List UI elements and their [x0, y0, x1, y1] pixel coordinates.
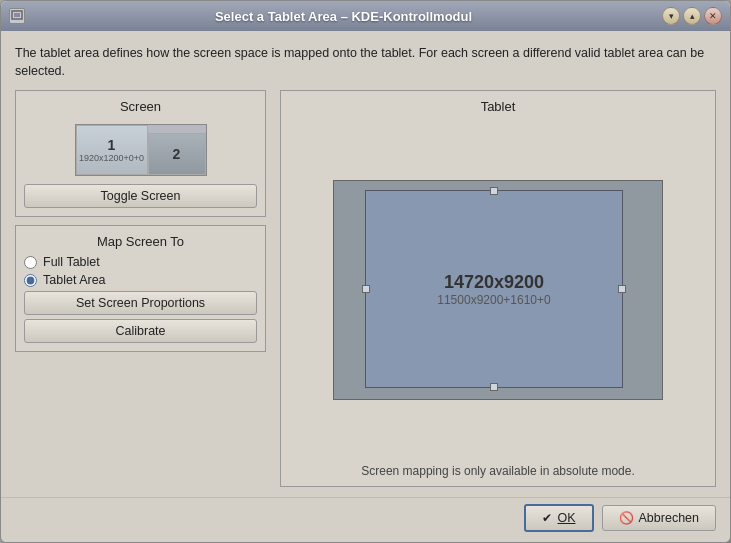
tablet-active-area[interactable]: 14720x9200 11500x9200+1610+0 — [365, 190, 623, 388]
screen2-label: 2 — [173, 146, 181, 162]
status-text: Screen mapping is only available in abso… — [361, 464, 635, 478]
tablet-area-radio[interactable] — [24, 274, 37, 287]
right-panel: Tablet 14720x9200 11500x9200+1610+0 — [280, 90, 716, 487]
handle-left[interactable] — [362, 285, 370, 293]
tablet-dimension: 14720x9200 — [444, 272, 544, 293]
tablet-title: Tablet — [481, 99, 516, 114]
toggle-screen-button[interactable]: Toggle Screen — [24, 184, 257, 208]
app-icon — [9, 8, 25, 24]
ok-icon: ✔ — [542, 511, 552, 525]
tablet-outer: 14720x9200 11500x9200+1610+0 — [333, 180, 663, 400]
window-title: Select a Tablet Area – KDE-Kontrollmodul — [25, 9, 662, 24]
radio-group: Full Tablet Tablet Area — [24, 255, 257, 287]
screen-box-2: 2 — [148, 133, 206, 175]
cancel-icon: 🚫 — [619, 511, 634, 525]
ok-label: OK — [557, 511, 575, 525]
screen-group: Screen 1 1920x1200+0+0 2 Toggle Sc — [15, 90, 266, 217]
footer: ✔ OK 🚫 Abbrechen — [1, 497, 730, 542]
cancel-label: Abbrechen — [639, 511, 699, 525]
window-controls: ▾ ▴ ✕ — [662, 7, 722, 25]
tablet-coords: 11500x9200+1610+0 — [437, 293, 550, 307]
screen-preview-area: 1 1920x1200+0+0 2 — [24, 124, 257, 176]
tablet-area-label: Tablet Area — [43, 273, 106, 287]
titlebar-left — [9, 8, 25, 24]
maximize-button[interactable]: ▴ — [683, 7, 701, 25]
map-section: Map Screen To Full Tablet Tablet Area Se… — [15, 225, 266, 352]
handle-top[interactable] — [490, 187, 498, 195]
screen1-label: 1 — [108, 137, 116, 153]
minimize-button[interactable]: ▾ — [662, 7, 680, 25]
main-window: Select a Tablet Area – KDE-Kontrollmodul… — [0, 0, 731, 543]
tablet-canvas: 14720x9200 11500x9200+1610+0 — [289, 124, 707, 456]
main-area: Screen 1 1920x1200+0+0 2 Toggle Sc — [15, 90, 716, 487]
calibrate-button[interactable]: Calibrate — [24, 319, 257, 343]
full-tablet-option[interactable]: Full Tablet — [24, 255, 257, 269]
titlebar: Select a Tablet Area – KDE-Kontrollmodul… — [1, 1, 730, 31]
screen-group-title: Screen — [24, 99, 257, 114]
svg-rect-1 — [14, 13, 20, 17]
ok-underline: OK — [557, 511, 575, 525]
handle-bottom[interactable] — [490, 383, 498, 391]
ok-button[interactable]: ✔ OK — [524, 504, 593, 532]
description-text: The tablet area defines how the screen s… — [15, 45, 716, 80]
screen-box-1: 1 1920x1200+0+0 — [76, 125, 148, 175]
set-screen-proportions-button[interactable]: Set Screen Proportions — [24, 291, 257, 315]
left-panel: Screen 1 1920x1200+0+0 2 Toggle Sc — [15, 90, 280, 487]
cancel-button[interactable]: 🚫 Abbrechen — [602, 505, 716, 531]
content-area: The tablet area defines how the screen s… — [1, 31, 730, 497]
map-section-title: Map Screen To — [24, 234, 257, 249]
screen-preview: 1 1920x1200+0+0 2 — [75, 124, 207, 176]
handle-right[interactable] — [618, 285, 626, 293]
tablet-area-option[interactable]: Tablet Area — [24, 273, 257, 287]
screen1-coords: 1920x1200+0+0 — [79, 153, 144, 163]
close-button[interactable]: ✕ — [704, 7, 722, 25]
full-tablet-radio[interactable] — [24, 256, 37, 269]
full-tablet-label: Full Tablet — [43, 255, 100, 269]
